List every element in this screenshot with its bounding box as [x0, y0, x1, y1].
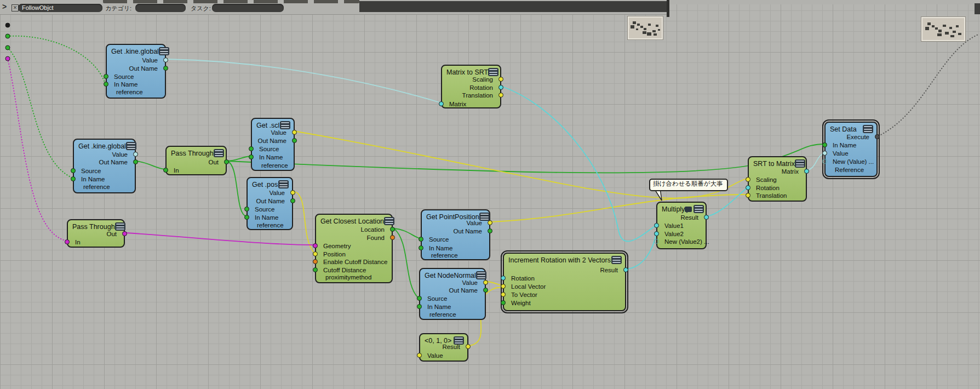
port-dot-source[interactable] [419, 237, 423, 242]
port-dot-enable-cutoff-distance[interactable] [313, 259, 318, 264]
tree-port-1[interactable] [5, 23, 10, 27]
port-dot-cutoff-distance[interactable] [313, 267, 318, 272]
port-dot-value[interactable] [822, 151, 827, 156]
node-srt-to-matrix[interactable]: SRT to MatrixMatrixScalingRotationTransl… [748, 156, 807, 202]
port-dot-value2[interactable] [654, 231, 659, 236]
port-dot-result[interactable] [704, 215, 709, 220]
task-input[interactable] [212, 4, 284, 12]
wire-get-nodenormal-value-to-increment-rotation-with-2-vectors-local-vector[interactable] [487, 282, 502, 285]
port-source[interactable]: Source [248, 205, 274, 213]
wire-set-data-execute-to-canvas-right-edge[interactable] [879, 34, 979, 136]
node-menu-icon[interactable] [384, 217, 394, 225]
port-dot-out-name[interactable] [163, 66, 168, 71]
node-menu-icon[interactable] [476, 271, 486, 279]
port-out-name[interactable]: Out Name [256, 197, 292, 205]
node-menu-icon[interactable] [488, 68, 498, 76]
port-dot-value[interactable] [163, 58, 168, 62]
navigator-minimap-1[interactable] [628, 16, 663, 39]
navigator-minimap-2[interactable] [921, 17, 965, 41]
node-matrix-to-srt[interactable]: Matrix to SRTScalingRotationTranslationM… [441, 65, 501, 108]
port-new-value2[interactable]: New (Value2) ... [657, 238, 709, 245]
wire-get-kine-global-2-out-name-to-pass-through-1-in[interactable] [136, 161, 165, 169]
port-enable-cutoff-distance[interactable]: Enable Cutoff Distance [316, 258, 387, 266]
port-value[interactable]: Value [826, 150, 849, 157]
port-result[interactable]: Result [680, 214, 706, 221]
port-out-name[interactable]: Out Name [449, 287, 485, 294]
port-value[interactable]: Value [112, 151, 135, 158]
port-dot-value[interactable] [417, 353, 422, 358]
port-dot-scaling[interactable] [498, 77, 503, 82]
port-dot-source[interactable] [71, 168, 76, 173]
wire-tree-port-4-to-pass-through-2-in[interactable] [8, 59, 66, 241]
wire-multiply-result-to-srt-to-matrix-rotation[interactable] [706, 187, 748, 216]
node-get-pointposition[interactable]: Get PointPositionValueOut NameSourceIn N… [421, 209, 490, 260]
port-dot-in[interactable] [163, 168, 168, 173]
port-result[interactable]: Result [600, 266, 625, 274]
port-scaling[interactable]: Scaling [472, 76, 500, 83]
wire-pass-through-2-out-to-get-closest-location-geometry[interactable] [126, 233, 314, 245]
port-dot-value1[interactable] [654, 223, 659, 228]
port-in[interactable]: In [68, 238, 81, 246]
port-matrix[interactable]: Matrix [782, 168, 806, 175]
port-dot-source[interactable] [104, 74, 108, 79]
wire-get-closest-location-location-to-get-nodenormal-source[interactable] [394, 228, 418, 298]
port-dot-in-name[interactable] [419, 245, 423, 250]
node-menu-icon[interactable] [115, 222, 125, 231]
expand-tree-button[interactable]: > [2, 2, 7, 11]
port-out[interactable]: Out [106, 230, 124, 238]
node-menu-icon[interactable] [159, 47, 169, 55]
port-dot-rotation[interactable] [498, 85, 503, 90]
port-dot-weight[interactable] [501, 300, 506, 305]
port-out-name[interactable]: Out Name [99, 158, 135, 166]
port-location[interactable]: Location [361, 226, 392, 233]
port-value1[interactable]: Value1 [657, 222, 684, 230]
port-weight[interactable]: Weight [504, 299, 531, 307]
port-dot-rotation[interactable] [746, 185, 750, 190]
node-get-nodenormal[interactable]: Get NodeNormalValueOut NameSourceIn Name… [419, 268, 486, 320]
port-dot-scaling[interactable] [746, 177, 750, 182]
node-get-pos[interactable]: Get .posValueOut NameSourceIn Namerefere… [247, 177, 293, 230]
port-dot-in-name[interactable] [249, 155, 254, 159]
port-dot-source[interactable] [417, 296, 422, 301]
port-out-name[interactable]: Out Name [129, 65, 165, 72]
port-dot-out[interactable] [224, 159, 229, 164]
port-dot-result[interactable] [466, 344, 471, 349]
port-dot-result[interactable] [623, 267, 628, 272]
port-scaling[interactable]: Scaling [749, 176, 777, 184]
port-dot-execute[interactable] [875, 134, 880, 139]
port-matrix[interactable]: Matrix [442, 100, 466, 108]
port-dot-out-name[interactable] [290, 198, 295, 203]
port-in[interactable]: In [167, 167, 179, 174]
port-geometry[interactable]: Geometry [316, 242, 351, 250]
port-position[interactable]: Position [316, 250, 346, 258]
node-canvas[interactable]: > ✕ FollowObjct カテゴリ: タスク: 掛け合わせる順番が大事 G… [0, 0, 980, 389]
port-value2[interactable]: Value2 [657, 230, 684, 238]
port-local-vector[interactable]: Local Vector [504, 283, 546, 290]
port-rotation[interactable]: Rotation [504, 274, 535, 282]
annotation-bubble[interactable]: 掛け合わせる順番が大事 [649, 179, 728, 191]
port-rotation[interactable]: Rotation [469, 84, 500, 91]
tree-name-input[interactable]: FollowObjct [18, 4, 102, 12]
port-new-value[interactable]: New (Value) ... [826, 158, 874, 165]
port-dot-to-vector[interactable] [501, 292, 506, 297]
port-source[interactable]: Source [252, 145, 279, 153]
node-menu-icon[interactable] [126, 142, 136, 150]
port-result[interactable]: Result [442, 343, 467, 351]
node-pass-through-1[interactable]: Pass ThroughOutIn [165, 146, 227, 175]
port-dot-out-name[interactable] [483, 288, 488, 293]
port-in-name[interactable]: In Name [107, 81, 137, 88]
node-set-data[interactable]: Set DataExecuteIn NameValueNew (Value) .… [824, 122, 878, 177]
port-source[interactable]: Source [420, 295, 447, 302]
port-dot-new-value[interactable] [822, 159, 827, 164]
port-dot-out-name[interactable] [488, 228, 492, 233]
port-dot-geometry[interactable] [313, 243, 318, 248]
port-dot-out[interactable] [122, 231, 127, 236]
port-rotation[interactable]: Rotation [749, 184, 780, 192]
port-dot-rotation[interactable] [501, 276, 506, 281]
port-dot-value[interactable] [133, 152, 138, 157]
wire-pass-through-1-out-to-get-pos-in-name[interactable] [227, 161, 247, 216]
port-value[interactable]: Value [271, 129, 294, 136]
port-out[interactable]: Out [208, 158, 226, 166]
port-dot-out-name[interactable] [292, 138, 297, 143]
tree-port-3[interactable] [5, 45, 10, 50]
